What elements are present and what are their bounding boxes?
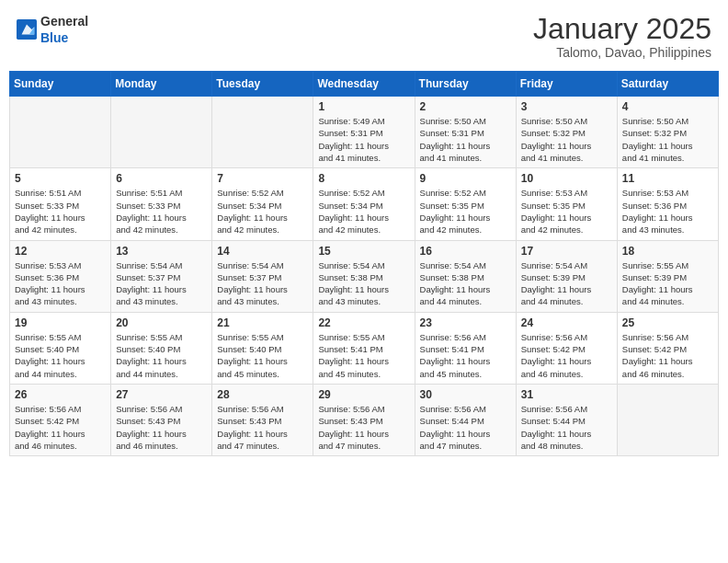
day-number: 29 [318, 388, 409, 401]
calendar-week-row: 1Sunrise: 5:49 AM Sunset: 5:31 PM Daylig… [10, 97, 719, 168]
day-info: Sunrise: 5:56 AM Sunset: 5:44 PM Dayligh… [521, 403, 612, 452]
day-info: Sunrise: 5:52 AM Sunset: 5:34 PM Dayligh… [217, 187, 308, 236]
calendar-cell: 1Sunrise: 5:49 AM Sunset: 5:31 PM Daylig… [313, 97, 415, 168]
calendar-cell: 8Sunrise: 5:52 AM Sunset: 5:34 PM Daylig… [313, 168, 415, 240]
day-number: 22 [318, 316, 409, 329]
day-number: 16 [420, 245, 511, 258]
calendar-cell: 23Sunrise: 5:56 AM Sunset: 5:41 PM Dayli… [415, 312, 516, 384]
day-info: Sunrise: 5:55 AM Sunset: 5:40 PM Dayligh… [116, 331, 207, 380]
day-info: Sunrise: 5:53 AM Sunset: 5:36 PM Dayligh… [622, 187, 713, 236]
day-number: 20 [116, 316, 207, 329]
day-number: 4 [622, 100, 713, 113]
calendar-cell: 15Sunrise: 5:54 AM Sunset: 5:38 PM Dayli… [313, 240, 415, 312]
day-info: Sunrise: 5:50 AM Sunset: 5:31 PM Dayligh… [420, 115, 511, 164]
weekday-header: Thursday [415, 72, 516, 97]
day-number: 6 [116, 172, 207, 185]
day-info: Sunrise: 5:55 AM Sunset: 5:40 PM Dayligh… [217, 331, 308, 380]
day-info: Sunrise: 5:56 AM Sunset: 5:42 PM Dayligh… [15, 403, 106, 452]
day-info: Sunrise: 5:54 AM Sunset: 5:38 PM Dayligh… [420, 259, 511, 308]
day-number: 31 [521, 388, 612, 401]
day-number: 27 [116, 388, 207, 401]
day-number: 8 [318, 172, 409, 185]
calendar-cell: 10Sunrise: 5:53 AM Sunset: 5:35 PM Dayli… [516, 168, 617, 240]
day-number: 25 [622, 316, 713, 329]
day-info: Sunrise: 5:56 AM Sunset: 5:41 PM Dayligh… [420, 331, 511, 380]
calendar-cell: 18Sunrise: 5:55 AM Sunset: 5:39 PM Dayli… [617, 240, 718, 312]
weekday-header: Tuesday [212, 72, 313, 97]
calendar-cell: 25Sunrise: 5:56 AM Sunset: 5:42 PM Dayli… [617, 312, 718, 384]
page-header: General Blue January 2025 Talomo, Davao,… [9, 9, 719, 63]
day-number: 24 [521, 316, 612, 329]
calendar-week-row: 12Sunrise: 5:53 AM Sunset: 5:36 PM Dayli… [10, 240, 719, 312]
day-info: Sunrise: 5:49 AM Sunset: 5:31 PM Dayligh… [318, 115, 409, 164]
calendar-cell: 14Sunrise: 5:54 AM Sunset: 5:37 PM Dayli… [212, 240, 313, 312]
day-info: Sunrise: 5:54 AM Sunset: 5:38 PM Dayligh… [318, 259, 409, 308]
day-number: 10 [521, 172, 612, 185]
day-info: Sunrise: 5:52 AM Sunset: 5:35 PM Dayligh… [420, 187, 511, 236]
calendar-cell: 27Sunrise: 5:56 AM Sunset: 5:43 PM Dayli… [111, 384, 212, 455]
calendar-subtitle: Talomo, Davao, Philippines [533, 45, 711, 60]
day-number: 1 [318, 100, 409, 113]
day-number: 17 [521, 245, 612, 258]
calendar-cell [111, 97, 212, 168]
calendar-cell: 20Sunrise: 5:55 AM Sunset: 5:40 PM Dayli… [111, 312, 212, 384]
calendar-cell: 31Sunrise: 5:56 AM Sunset: 5:44 PM Dayli… [516, 384, 617, 455]
day-number: 18 [622, 245, 713, 258]
calendar-cell [617, 384, 718, 455]
day-info: Sunrise: 5:56 AM Sunset: 5:43 PM Dayligh… [116, 403, 207, 452]
calendar-week-row: 5Sunrise: 5:51 AM Sunset: 5:33 PM Daylig… [10, 168, 719, 240]
day-info: Sunrise: 5:51 AM Sunset: 5:33 PM Dayligh… [116, 187, 207, 236]
calendar-cell: 7Sunrise: 5:52 AM Sunset: 5:34 PM Daylig… [212, 168, 313, 240]
calendar-week-row: 26Sunrise: 5:56 AM Sunset: 5:42 PM Dayli… [10, 384, 719, 455]
calendar-cell [10, 97, 111, 168]
calendar-cell: 24Sunrise: 5:56 AM Sunset: 5:42 PM Dayli… [516, 312, 617, 384]
day-number: 13 [116, 245, 207, 258]
day-info: Sunrise: 5:56 AM Sunset: 5:42 PM Dayligh… [521, 331, 612, 380]
day-info: Sunrise: 5:53 AM Sunset: 5:36 PM Dayligh… [15, 259, 106, 308]
logo-icon [17, 19, 37, 40]
day-number: 15 [318, 245, 409, 258]
day-info: Sunrise: 5:50 AM Sunset: 5:32 PM Dayligh… [521, 115, 612, 164]
day-number: 26 [15, 388, 106, 401]
calendar-cell: 17Sunrise: 5:54 AM Sunset: 5:39 PM Dayli… [516, 240, 617, 312]
calendar-cell: 28Sunrise: 5:56 AM Sunset: 5:43 PM Dayli… [212, 384, 313, 455]
day-number: 7 [217, 172, 308, 185]
day-number: 19 [15, 316, 106, 329]
day-number: 14 [217, 245, 308, 258]
day-number: 9 [420, 172, 511, 185]
day-number: 11 [622, 172, 713, 185]
day-number: 30 [420, 388, 511, 401]
day-info: Sunrise: 5:55 AM Sunset: 5:41 PM Dayligh… [318, 331, 409, 380]
day-info: Sunrise: 5:55 AM Sunset: 5:40 PM Dayligh… [15, 331, 106, 380]
day-info: Sunrise: 5:50 AM Sunset: 5:32 PM Dayligh… [622, 115, 713, 164]
day-number: 23 [420, 316, 511, 329]
calendar-cell: 30Sunrise: 5:56 AM Sunset: 5:44 PM Dayli… [415, 384, 516, 455]
calendar-cell: 19Sunrise: 5:55 AM Sunset: 5:40 PM Dayli… [10, 312, 111, 384]
day-info: Sunrise: 5:54 AM Sunset: 5:39 PM Dayligh… [521, 259, 612, 308]
day-info: Sunrise: 5:55 AM Sunset: 5:39 PM Dayligh… [622, 259, 713, 308]
calendar-cell: 12Sunrise: 5:53 AM Sunset: 5:36 PM Dayli… [10, 240, 111, 312]
logo: General Blue [17, 13, 88, 46]
calendar-cell: 4Sunrise: 5:50 AM Sunset: 5:32 PM Daylig… [617, 97, 718, 168]
day-number: 21 [217, 316, 308, 329]
title-block: January 2025 Talomo, Davao, Philippines [533, 13, 711, 60]
calendar-week-row: 19Sunrise: 5:55 AM Sunset: 5:40 PM Dayli… [10, 312, 719, 384]
day-number: 2 [420, 100, 511, 113]
calendar-cell: 26Sunrise: 5:56 AM Sunset: 5:42 PM Dayli… [10, 384, 111, 455]
day-info: Sunrise: 5:54 AM Sunset: 5:37 PM Dayligh… [116, 259, 207, 308]
day-number: 3 [521, 100, 612, 113]
weekday-header-row: SundayMondayTuesdayWednesdayThursdayFrid… [10, 72, 719, 97]
calendar-cell: 9Sunrise: 5:52 AM Sunset: 5:35 PM Daylig… [415, 168, 516, 240]
calendar-title: January 2025 [533, 13, 711, 45]
weekday-header: Monday [111, 72, 212, 97]
weekday-header: Friday [516, 72, 617, 97]
calendar-cell: 5Sunrise: 5:51 AM Sunset: 5:33 PM Daylig… [10, 168, 111, 240]
calendar-cell: 16Sunrise: 5:54 AM Sunset: 5:38 PM Dayli… [415, 240, 516, 312]
day-number: 28 [217, 388, 308, 401]
weekday-header: Wednesday [313, 72, 415, 97]
weekday-header: Saturday [617, 72, 718, 97]
calendar-cell: 6Sunrise: 5:51 AM Sunset: 5:33 PM Daylig… [111, 168, 212, 240]
calendar-cell: 13Sunrise: 5:54 AM Sunset: 5:37 PM Dayli… [111, 240, 212, 312]
calendar-cell: 3Sunrise: 5:50 AM Sunset: 5:32 PM Daylig… [516, 97, 617, 168]
calendar-cell: 29Sunrise: 5:56 AM Sunset: 5:43 PM Dayli… [313, 384, 415, 455]
